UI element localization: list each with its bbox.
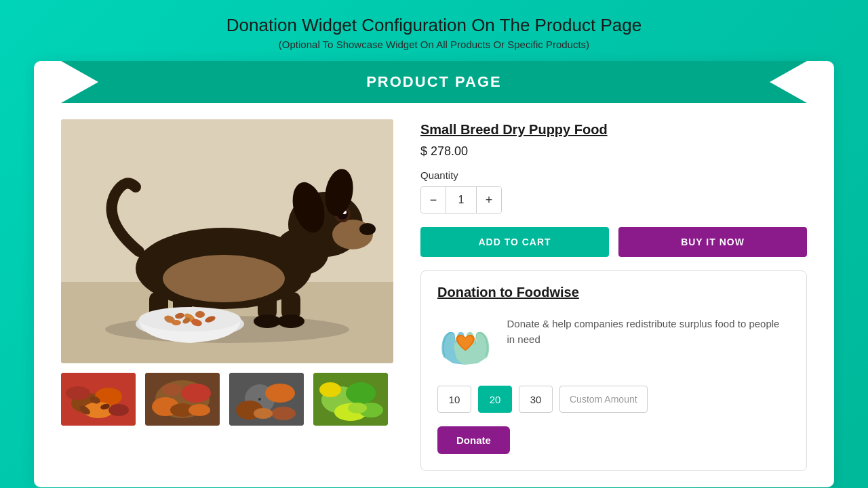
donation-title: Donation to Foodwise — [437, 285, 790, 300]
donate-button[interactable]: Donate — [437, 426, 510, 454]
svg-point-17 — [359, 223, 376, 235]
svg-point-56 — [254, 408, 273, 419]
svg-point-63 — [348, 403, 367, 413]
donation-icon — [437, 311, 494, 372]
donation-amounts: 10 20 30 Custom Amount — [437, 386, 790, 413]
quantity-value: 1 — [446, 187, 477, 213]
page-title: Donation Widget Configuration On The Pro… — [226, 15, 642, 36]
page-header: Donation Widget Configuration On The Pro… — [226, 0, 642, 61]
svg-point-55 — [271, 407, 296, 420]
add-to-cart-button[interactable]: ADD TO CART — [420, 227, 609, 257]
thumbnail-3[interactable] — [229, 373, 304, 426]
quantity-label: Quantity — [420, 169, 807, 181]
product-info: Small Breed Dry Puppy Food $ 278.00 Quan… — [420, 119, 807, 471]
donation-amount-20[interactable]: 20 — [478, 386, 512, 413]
thumbnail-strip — [61, 373, 393, 426]
main-product-image — [61, 119, 393, 363]
thumbnail-1[interactable] — [61, 373, 136, 426]
donation-amount-10[interactable]: 10 — [437, 386, 471, 413]
svg-point-31 — [172, 320, 181, 325]
product-price: $ 278.00 — [420, 144, 807, 159]
thumbnail-2[interactable] — [145, 373, 220, 426]
page-subtitle: (Optional To Showcase Widget On All Prod… — [226, 39, 642, 50]
svg-point-39 — [108, 404, 129, 416]
donation-custom-amount[interactable]: Custom Amount — [559, 386, 648, 413]
svg-point-13 — [163, 255, 285, 302]
donation-amount-30[interactable]: 30 — [519, 386, 553, 413]
product-title: Small Breed Dry Puppy Food — [420, 122, 807, 138]
product-card: PRODUCT PAGE — [34, 61, 834, 487]
dog-svg — [61, 119, 393, 363]
buy-it-now-button[interactable]: BUY IT NOW — [618, 227, 807, 257]
action-buttons: ADD TO CART BUY IT NOW — [420, 227, 807, 257]
donation-widget: Donation to Foodwise Donate & h — [420, 270, 807, 471]
donation-description: Donate & help companies redistribute sur… — [507, 311, 790, 347]
content-area: Small Breed Dry Puppy Food $ 278.00 Quan… — [34, 103, 834, 471]
quantity-control: − 1 + — [420, 186, 502, 214]
thumbnail-4[interactable] — [313, 373, 388, 426]
svg-point-49 — [189, 404, 210, 416]
banner-text: PRODUCT PAGE — [366, 73, 502, 90]
svg-point-61 — [319, 382, 341, 397]
quantity-increase-button[interactable]: + — [477, 187, 501, 213]
svg-point-54 — [265, 384, 295, 403]
product-images — [61, 119, 393, 471]
svg-point-11 — [254, 314, 281, 328]
svg-point-38 — [66, 386, 90, 400]
svg-point-52 — [258, 398, 261, 401]
svg-point-48 — [162, 384, 182, 396]
quantity-decrease-button[interactable]: − — [421, 187, 446, 213]
svg-point-46 — [181, 384, 211, 403]
svg-point-12 — [277, 314, 304, 328]
donation-body: Donate & help companies redistribute sur… — [437, 311, 790, 372]
product-page-banner: PRODUCT PAGE — [61, 61, 807, 103]
svg-point-29 — [195, 311, 205, 318]
svg-point-59 — [346, 382, 376, 404]
